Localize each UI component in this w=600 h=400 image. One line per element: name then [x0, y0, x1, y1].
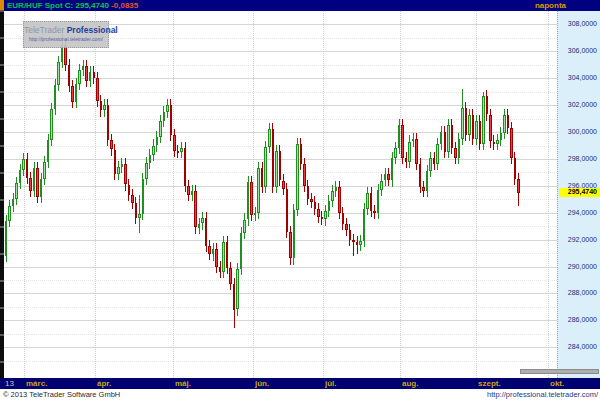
candle-body [156, 137, 159, 145]
candle-body [510, 128, 513, 158]
candle-body [451, 125, 454, 148]
gridline-horizontal [4, 361, 557, 362]
month-label: máj. [175, 379, 191, 388]
candle-body [194, 191, 197, 227]
candle-body [465, 108, 468, 135]
candle-body [468, 115, 471, 135]
candle-body [475, 121, 478, 139]
gridline-vertical [95, 11, 96, 378]
candle-body [152, 146, 155, 155]
copyright-text: © 2013 TeleTrader Software GmbH [3, 390, 120, 399]
candle-body [149, 155, 152, 163]
candle-body [261, 168, 264, 187]
horizontal-scrollbar[interactable] [520, 369, 599, 374]
candle-body [436, 144, 439, 164]
candle-body [254, 213, 257, 216]
gridline-horizontal [4, 347, 557, 348]
candle-body [289, 232, 292, 259]
candle-body [5, 221, 8, 256]
candle-body [384, 174, 387, 181]
price-tick-label: 304,0000 [568, 74, 597, 81]
price-axis[interactable]: 308,0000306,0000304,0000302,0000300,0000… [557, 11, 600, 378]
candle-body [377, 190, 380, 213]
candle-body [89, 72, 92, 81]
candle-body [121, 164, 124, 167]
candle-body [433, 158, 436, 165]
candle-body [163, 112, 166, 121]
candle-body [373, 211, 376, 213]
price-tick-label: 294,0000 [568, 209, 597, 216]
candle-body [219, 267, 222, 272]
interval-selector[interactable]: naponta [535, 1, 566, 10]
candle-body [380, 181, 383, 190]
price-tick-label: 290,0000 [568, 263, 597, 270]
month-label: júl. [325, 379, 337, 388]
candle-body [268, 129, 271, 147]
candle-body [503, 115, 506, 134]
gridline-horizontal [4, 293, 557, 294]
price-tick-label: 288,0000 [568, 289, 597, 296]
price-tick-label: 308,0000 [568, 20, 597, 27]
candle-body [429, 158, 432, 172]
time-axis[interactable]: 13 márc.ápr.máj.jún.júl.aug.szept.okt. [0, 378, 600, 389]
gridline-vertical [323, 11, 324, 378]
candle-body [110, 140, 113, 149]
month-label: márc. [26, 379, 47, 388]
candle-body [43, 162, 46, 180]
candle-body [419, 164, 422, 187]
gridline-vertical [476, 11, 477, 378]
candle-body [36, 168, 39, 196]
candle-body [422, 187, 425, 191]
change-value: -0,0835 [111, 1, 138, 10]
gridline-horizontal [4, 51, 557, 52]
candle-body [33, 168, 36, 191]
candle-body [282, 181, 285, 189]
candle-body [335, 187, 338, 191]
candle-body [286, 189, 289, 232]
month-label: szept. [478, 379, 501, 388]
candle-body [489, 115, 492, 142]
candle-body [496, 140, 499, 144]
candle-body [68, 65, 71, 87]
watermark-url: http://professional.teletrader.com/ [24, 36, 108, 42]
candle-body [103, 105, 106, 110]
candle-body [394, 148, 397, 157]
candle-body [447, 125, 450, 152]
candle-body [26, 159, 29, 178]
candle-body [408, 142, 411, 162]
candle-body [107, 105, 110, 140]
candle-body [233, 284, 236, 310]
gridline-vertical [24, 11, 25, 378]
candle-body [472, 115, 475, 139]
footer-url-link[interactable]: http://professional.teletrader.com/ [487, 390, 598, 399]
candle-body [78, 70, 81, 84]
watermark-brand: TeleTrader [24, 25, 64, 35]
candle-body [517, 179, 520, 193]
watermark-title: TeleTrader Professional [24, 25, 108, 35]
candle-body [114, 150, 117, 174]
candle-body [187, 186, 190, 195]
candle-body [293, 210, 296, 258]
candle-body [124, 164, 127, 184]
footer-bar: © 2013 TeleTrader Software GmbH http://p… [0, 389, 600, 400]
candle-body [247, 182, 250, 220]
price-tick-label: 284,0000 [568, 343, 597, 350]
candle-body [507, 115, 510, 129]
candle-body [201, 218, 204, 223]
candle-body [401, 125, 404, 157]
candlestick-chart-area[interactable] [4, 11, 557, 378]
candle-body [226, 242, 229, 268]
candle-body [359, 241, 362, 245]
candle-body [352, 240, 355, 243]
candle-body [145, 163, 148, 179]
candle-body [212, 249, 215, 254]
candle-body [363, 209, 366, 241]
candle-body [50, 109, 53, 140]
candle-body [391, 158, 394, 181]
price-tick-label: 286,0000 [568, 316, 597, 323]
candle-body [482, 96, 485, 144]
candle-body [29, 178, 32, 191]
month-label: aug. [402, 379, 418, 388]
gridline-vertical [400, 11, 401, 378]
candle-body [461, 108, 464, 139]
